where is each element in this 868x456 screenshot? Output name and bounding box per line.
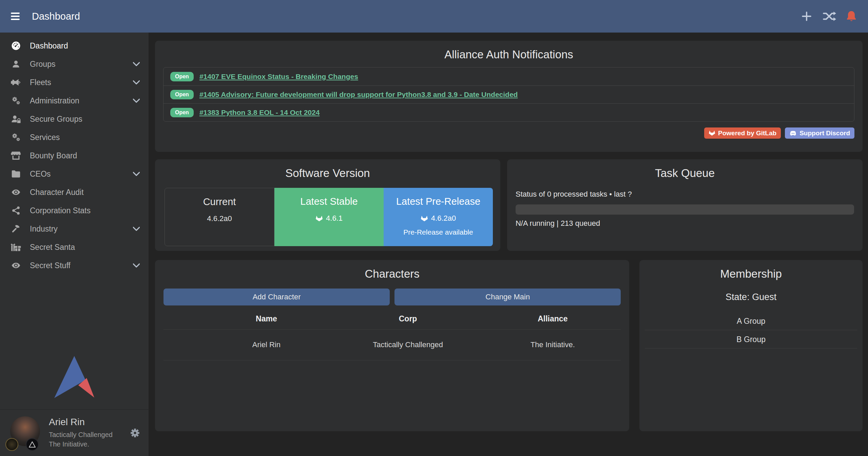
prerelease-version: 4.6.2a0 xyxy=(431,214,456,223)
gitlab-badge[interactable]: Powered by GitLab xyxy=(704,127,781,139)
notification-text: #1407 EVE Equinox Status - Breaking Chan… xyxy=(199,73,358,81)
sidebar-item-label: Dashboard xyxy=(30,41,140,51)
sidebar-item-industry[interactable]: Industry xyxy=(0,220,149,238)
gears-icon xyxy=(9,95,22,106)
version-cell-stable: Latest Stable 4.6.1 xyxy=(274,188,384,246)
sidebar: Dashboard Groups xyxy=(0,33,149,456)
open-status-badge: Open xyxy=(170,72,194,81)
jet-icon xyxy=(9,77,22,88)
version-cell-label: Latest Stable xyxy=(274,196,384,207)
character-row: Ariel Rin Tactically Challenged The Init… xyxy=(163,329,621,360)
membership-group: A Group xyxy=(645,312,857,330)
sidebar-item-secure-groups[interactable]: Secure Groups xyxy=(0,110,149,128)
alliance-logo-badge xyxy=(26,438,39,451)
sidebar-item-label: CEOs xyxy=(30,170,133,179)
alliance-auth-logo xyxy=(54,356,94,400)
character-buttons: Add Character Change Main xyxy=(163,289,621,305)
plus-icon[interactable] xyxy=(800,10,813,23)
gears-icon xyxy=(9,132,22,143)
top-navbar: Dashboard xyxy=(0,0,868,33)
discord-icon xyxy=(789,130,797,136)
notification-link[interactable]: Open #1405 Advisory: Future development … xyxy=(163,85,854,103)
shuffle-icon[interactable] xyxy=(823,11,836,22)
notification-text: #1383 Python 3.8 EOL - 14 Oct 2024 xyxy=(199,108,320,117)
hamburger-menu-icon[interactable] xyxy=(11,13,20,20)
sidebar-item-label: Administration xyxy=(30,96,133,105)
eye-icon xyxy=(9,186,22,198)
notifications-title: Alliance Auth Notifications xyxy=(163,41,854,61)
sidebar-item-label: Secret Stuff xyxy=(30,261,133,270)
sidebar-item-label: Character Audit xyxy=(30,188,140,197)
middle-row: Software Version Current 4.6.2a0 Latest … xyxy=(155,159,863,251)
task-progress-bar xyxy=(516,204,854,215)
main-content: Alliance Auth Notifications Open #1407 E… xyxy=(149,33,868,456)
user-avatar-group xyxy=(8,415,42,451)
chevron-down-icon xyxy=(133,62,140,66)
software-version-panel: Software Version Current 4.6.2a0 Latest … xyxy=(155,159,500,251)
characters-panel: Characters Add Character Change Main Nam… xyxy=(155,260,629,431)
sidebar-item-services[interactable]: Services xyxy=(0,128,149,146)
sidebar-nav: Dashboard Groups xyxy=(0,33,149,275)
sidebar-item-bounty-board[interactable]: Bounty Board xyxy=(0,146,149,165)
gauge-icon xyxy=(9,40,22,52)
sidebar-item-label: Secret Santa xyxy=(30,243,140,252)
store-icon xyxy=(9,150,22,161)
character-alliance: The Initiative. xyxy=(484,340,621,349)
corp-logo-badge xyxy=(5,438,18,451)
membership-state: State: Guest xyxy=(639,292,863,302)
gitlab-tanuki-icon xyxy=(315,215,323,222)
sidebar-item-fleets[interactable]: Fleets xyxy=(0,73,149,92)
membership-group: B Group xyxy=(645,330,857,349)
membership-panel: Membership State: Guest A Group B Group xyxy=(639,260,863,431)
open-status-badge: Open xyxy=(170,90,194,99)
gitlab-tanuki-icon xyxy=(421,215,428,222)
name-column-header: Name xyxy=(201,314,331,323)
notification-link[interactable]: Open #1383 Python 3.8 EOL - 14 Oct 2024 xyxy=(163,103,854,121)
sidebar-item-administration[interactable]: Administration xyxy=(0,92,149,110)
version-cell-label: Current xyxy=(165,196,274,207)
software-version-title: Software Version xyxy=(155,159,500,180)
share-nodes-icon xyxy=(9,205,22,216)
navbar-actions xyxy=(800,10,857,23)
notification-text: #1405 Advisory: Future development will … xyxy=(199,91,518,99)
sidebar-item-label: Bounty Board xyxy=(30,151,140,160)
version-cell-label: Latest Pre-Release xyxy=(384,196,493,207)
sidebar-item-label: Groups xyxy=(30,60,133,69)
gitlab-badge-label: Powered by GitLab xyxy=(718,130,776,137)
current-version: 4.6.2a0 xyxy=(207,214,232,223)
sidebar-item-secret-santa[interactable]: Secret Santa xyxy=(0,238,149,256)
folder-icon xyxy=(9,168,22,180)
version-cell-current: Current 4.6.2a0 xyxy=(165,188,274,246)
eye-icon xyxy=(9,260,22,271)
add-character-button[interactable]: Add Character xyxy=(163,289,390,305)
sidebar-user-panel: Ariel Rin Tactically Challenged The Init… xyxy=(0,409,149,456)
stable-version: 4.6.1 xyxy=(326,214,343,223)
notifications-list: Open #1407 EVE Equinox Status - Breaking… xyxy=(163,67,854,122)
user-corp: Tactically Challenged xyxy=(49,430,130,439)
sidebar-item-corporation-stats[interactable]: Corporation Stats xyxy=(0,201,149,220)
sidebar-item-dashboard[interactable]: Dashboard xyxy=(0,37,149,55)
notification-link[interactable]: Open #1407 EVE Equinox Status - Breaking… xyxy=(163,67,854,85)
version-cell-prerelease: Latest Pre-Release 4.6.2a0 Pre-Release a… xyxy=(384,188,493,246)
bell-icon[interactable] xyxy=(846,10,857,22)
user-alliance: The Initiative. xyxy=(49,439,130,449)
user-name: Ariel Rin xyxy=(49,417,130,428)
discord-badge[interactable]: Support Discord xyxy=(785,127,854,139)
settings-gear-icon[interactable] xyxy=(130,428,140,438)
sidebar-item-character-audit[interactable]: Character Audit xyxy=(0,183,149,201)
prerelease-note: Pre-Release available xyxy=(384,228,493,236)
gitlab-tanuki-icon xyxy=(709,130,715,136)
sidebar-item-secret-stuff[interactable]: Secret Stuff xyxy=(0,256,149,275)
corp-column-header: Corp xyxy=(331,314,485,323)
sidebar-item-label: Industry xyxy=(30,224,133,234)
character-name: Ariel Rin xyxy=(201,340,331,349)
sidebar-item-ceos[interactable]: CEOs xyxy=(0,165,149,183)
sidebar-item-label: Services xyxy=(30,133,140,142)
gifts-icon xyxy=(9,241,22,253)
task-status-line: Status of 0 processed tasks • last ? xyxy=(516,190,854,199)
user-info: Ariel Rin Tactically Challenged The Init… xyxy=(49,417,130,449)
task-queue-panel: Task Queue Status of 0 processed tasks •… xyxy=(507,159,863,251)
change-main-button[interactable]: Change Main xyxy=(394,289,621,305)
sidebar-item-groups[interactable]: Groups xyxy=(0,55,149,73)
sidebar-item-label: Corporation Stats xyxy=(30,206,140,215)
